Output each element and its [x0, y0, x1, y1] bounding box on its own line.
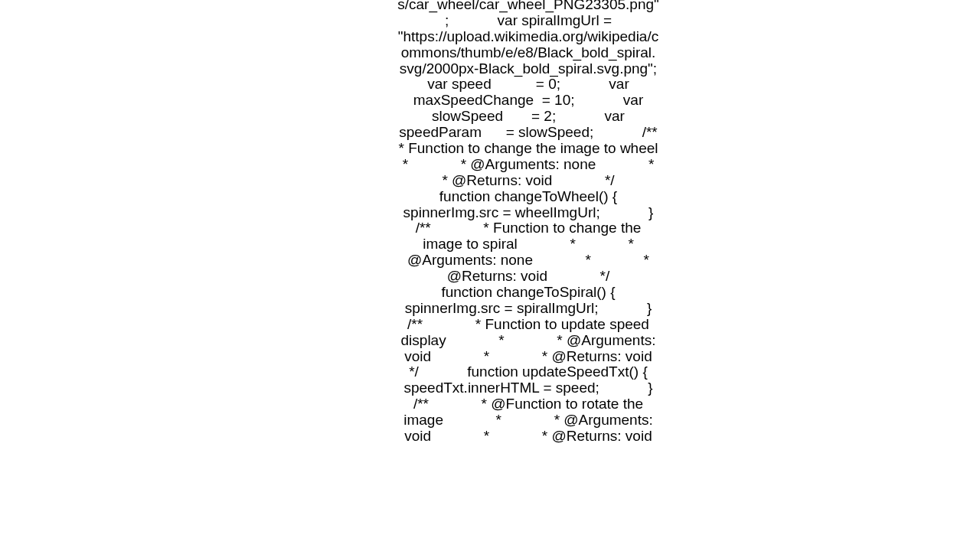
- code-text: s/car_wheel/car_wheel_PNG23305.png"; var…: [397, 0, 659, 551]
